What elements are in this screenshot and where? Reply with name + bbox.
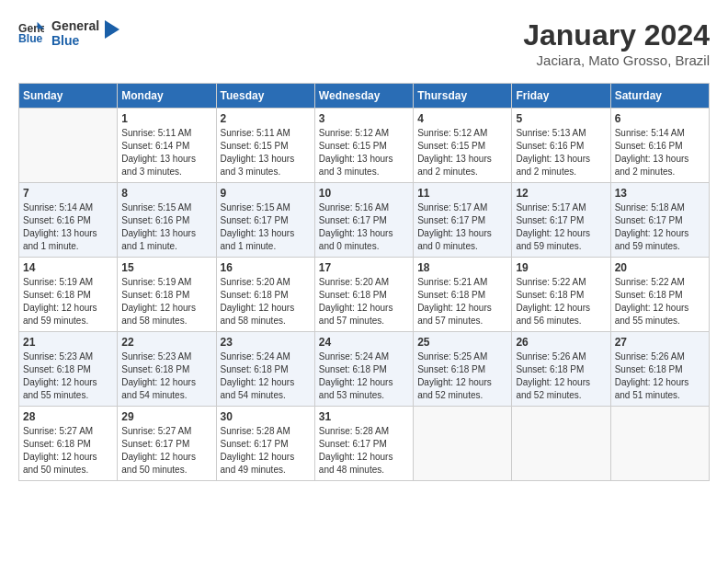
- calendar-cell: 19Sunrise: 5:22 AM Sunset: 6:18 PM Dayli…: [512, 258, 610, 332]
- calendar-cell: 27Sunrise: 5:26 AM Sunset: 6:18 PM Dayli…: [610, 332, 709, 407]
- day-info: Sunrise: 5:28 AM Sunset: 6:17 PM Dayligh…: [221, 425, 311, 477]
- day-number: 13: [615, 187, 705, 200]
- weekday-header: Monday: [118, 84, 216, 109]
- page-subtitle: Jaciara, Mato Grosso, Brazil: [523, 52, 710, 68]
- page-header: General Blue General Blue January 2024 J…: [18, 18, 710, 68]
- day-number: 18: [417, 261, 507, 274]
- day-number: 24: [319, 336, 409, 349]
- day-info: Sunrise: 5:27 AM Sunset: 6:18 PM Dayligh…: [23, 425, 113, 477]
- calendar-cell: 8Sunrise: 5:15 AM Sunset: 6:16 PM Daylig…: [118, 183, 216, 258]
- calendar-cell: 20Sunrise: 5:22 AM Sunset: 6:18 PM Dayli…: [610, 258, 709, 332]
- day-number: 21: [23, 336, 113, 349]
- day-number: 29: [121, 410, 211, 423]
- day-info: Sunrise: 5:20 AM Sunset: 6:18 PM Dayligh…: [221, 276, 311, 327]
- calendar-cell: 16Sunrise: 5:20 AM Sunset: 6:18 PM Dayli…: [216, 258, 314, 332]
- calendar-week-row: 7Sunrise: 5:14 AM Sunset: 6:16 PM Daylig…: [19, 183, 710, 258]
- day-info: Sunrise: 5:12 AM Sunset: 6:15 PM Dayligh…: [417, 127, 507, 178]
- day-number: 8: [121, 187, 211, 200]
- day-number: 1: [121, 112, 211, 125]
- day-info: Sunrise: 5:24 AM Sunset: 6:18 PM Dayligh…: [221, 350, 311, 402]
- day-info: Sunrise: 5:24 AM Sunset: 6:18 PM Dayligh…: [319, 350, 409, 402]
- weekday-header: Wednesday: [314, 84, 413, 109]
- calendar-week-row: 14Sunrise: 5:19 AM Sunset: 6:18 PM Dayli…: [19, 258, 710, 332]
- calendar-cell: 11Sunrise: 5:17 AM Sunset: 6:17 PM Dayli…: [414, 183, 512, 258]
- day-number: 5: [516, 112, 606, 125]
- calendar-cell: 28Sunrise: 5:27 AM Sunset: 6:18 PM Dayli…: [19, 407, 118, 481]
- calendar-cell: 4Sunrise: 5:12 AM Sunset: 6:15 PM Daylig…: [414, 109, 512, 183]
- day-info: Sunrise: 5:13 AM Sunset: 6:16 PM Dayligh…: [516, 127, 606, 178]
- day-info: Sunrise: 5:15 AM Sunset: 6:16 PM Dayligh…: [121, 201, 211, 253]
- calendar-cell: 31Sunrise: 5:28 AM Sunset: 6:17 PM Dayli…: [314, 407, 413, 481]
- day-info: Sunrise: 5:21 AM Sunset: 6:18 PM Dayligh…: [417, 276, 507, 327]
- calendar-cell: 2Sunrise: 5:11 AM Sunset: 6:15 PM Daylig…: [216, 109, 314, 183]
- title-block: January 2024 Jaciara, Mato Grosso, Brazi…: [523, 18, 710, 68]
- day-number: 9: [221, 187, 311, 200]
- calendar-cell: 12Sunrise: 5:17 AM Sunset: 6:17 PM Dayli…: [512, 183, 610, 258]
- calendar-cell: 29Sunrise: 5:27 AM Sunset: 6:17 PM Dayli…: [118, 407, 216, 481]
- calendar-cell: 18Sunrise: 5:21 AM Sunset: 6:18 PM Dayli…: [414, 258, 512, 332]
- day-number: 16: [221, 261, 311, 274]
- weekday-header: Tuesday: [216, 84, 314, 109]
- day-number: 27: [615, 336, 705, 349]
- calendar-cell: [19, 109, 118, 183]
- day-info: Sunrise: 5:19 AM Sunset: 6:18 PM Dayligh…: [121, 276, 211, 327]
- day-info: Sunrise: 5:27 AM Sunset: 6:17 PM Dayligh…: [121, 425, 211, 477]
- calendar-cell: 10Sunrise: 5:16 AM Sunset: 6:17 PM Dayli…: [314, 183, 413, 258]
- calendar-cell: 3Sunrise: 5:12 AM Sunset: 6:15 PM Daylig…: [314, 109, 413, 183]
- day-number: 14: [23, 261, 113, 274]
- day-info: Sunrise: 5:15 AM Sunset: 6:17 PM Dayligh…: [221, 201, 311, 253]
- day-info: Sunrise: 5:11 AM Sunset: 6:15 PM Dayligh…: [221, 127, 311, 178]
- calendar-week-row: 21Sunrise: 5:23 AM Sunset: 6:18 PM Dayli…: [19, 332, 710, 407]
- day-number: 23: [221, 336, 311, 349]
- day-info: Sunrise: 5:17 AM Sunset: 6:17 PM Dayligh…: [516, 201, 606, 253]
- day-info: Sunrise: 5:22 AM Sunset: 6:18 PM Dayligh…: [516, 276, 606, 327]
- day-number: 20: [615, 261, 705, 274]
- calendar-cell: 25Sunrise: 5:25 AM Sunset: 6:18 PM Dayli…: [414, 332, 512, 407]
- weekday-header: Sunday: [19, 84, 118, 109]
- day-number: 17: [319, 261, 409, 274]
- calendar-cell: 5Sunrise: 5:13 AM Sunset: 6:16 PM Daylig…: [512, 109, 610, 183]
- calendar-cell: 1Sunrise: 5:11 AM Sunset: 6:14 PM Daylig…: [118, 109, 216, 183]
- logo-arrow-icon: [105, 20, 119, 39]
- calendar-cell: [414, 407, 512, 481]
- calendar-cell: 21Sunrise: 5:23 AM Sunset: 6:18 PM Dayli…: [19, 332, 118, 407]
- day-number: 30: [221, 410, 311, 423]
- svg-marker-3: [105, 20, 119, 39]
- day-number: 22: [121, 336, 211, 349]
- calendar-cell: 15Sunrise: 5:19 AM Sunset: 6:18 PM Dayli…: [118, 258, 216, 332]
- calendar-cell: 24Sunrise: 5:24 AM Sunset: 6:18 PM Dayli…: [314, 332, 413, 407]
- calendar-cell: 26Sunrise: 5:26 AM Sunset: 6:18 PM Dayli…: [512, 332, 610, 407]
- day-number: 31: [319, 410, 409, 423]
- calendar-cell: 30Sunrise: 5:28 AM Sunset: 6:17 PM Dayli…: [216, 407, 314, 481]
- day-info: Sunrise: 5:28 AM Sunset: 6:17 PM Dayligh…: [319, 425, 409, 477]
- day-number: 28: [23, 410, 113, 423]
- day-info: Sunrise: 5:26 AM Sunset: 6:18 PM Dayligh…: [615, 350, 705, 402]
- logo: General Blue General Blue: [18, 18, 119, 48]
- calendar-header-row: SundayMondayTuesdayWednesdayThursdayFrid…: [19, 84, 710, 109]
- day-number: 25: [417, 336, 507, 349]
- day-number: 4: [417, 112, 507, 125]
- calendar-cell: 7Sunrise: 5:14 AM Sunset: 6:16 PM Daylig…: [19, 183, 118, 258]
- calendar-week-row: 1Sunrise: 5:11 AM Sunset: 6:14 PM Daylig…: [19, 109, 710, 183]
- day-number: 19: [516, 261, 606, 274]
- logo-blue: Blue: [51, 33, 99, 48]
- calendar-cell: 9Sunrise: 5:15 AM Sunset: 6:17 PM Daylig…: [216, 183, 314, 258]
- svg-text:Blue: Blue: [18, 32, 43, 45]
- day-info: Sunrise: 5:16 AM Sunset: 6:17 PM Dayligh…: [319, 201, 409, 253]
- logo-general: General: [51, 18, 99, 33]
- day-info: Sunrise: 5:14 AM Sunset: 6:16 PM Dayligh…: [23, 201, 113, 253]
- day-number: 2: [221, 112, 311, 125]
- day-info: Sunrise: 5:25 AM Sunset: 6:18 PM Dayligh…: [417, 350, 507, 402]
- calendar-cell: 23Sunrise: 5:24 AM Sunset: 6:18 PM Dayli…: [216, 332, 314, 407]
- day-info: Sunrise: 5:17 AM Sunset: 6:17 PM Dayligh…: [417, 201, 507, 253]
- day-info: Sunrise: 5:22 AM Sunset: 6:18 PM Dayligh…: [615, 276, 705, 327]
- calendar-cell: 13Sunrise: 5:18 AM Sunset: 6:17 PM Dayli…: [610, 183, 709, 258]
- weekday-header: Thursday: [414, 84, 512, 109]
- day-number: 3: [319, 112, 409, 125]
- day-info: Sunrise: 5:11 AM Sunset: 6:14 PM Dayligh…: [121, 127, 211, 178]
- calendar-cell: 17Sunrise: 5:20 AM Sunset: 6:18 PM Dayli…: [314, 258, 413, 332]
- day-info: Sunrise: 5:23 AM Sunset: 6:18 PM Dayligh…: [23, 350, 113, 402]
- calendar-cell: 6Sunrise: 5:14 AM Sunset: 6:16 PM Daylig…: [610, 109, 709, 183]
- day-number: 12: [516, 187, 606, 200]
- calendar-cell: [512, 407, 610, 481]
